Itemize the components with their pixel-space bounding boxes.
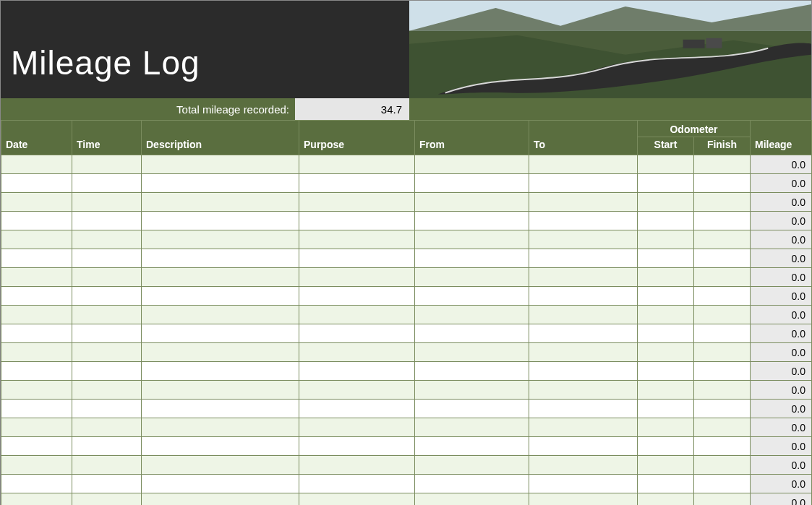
description-cell[interactable] xyxy=(142,268,299,287)
to-cell[interactable] xyxy=(529,174,638,193)
time-cell[interactable] xyxy=(72,212,142,230)
to-cell[interactable] xyxy=(529,287,638,306)
from-cell[interactable] xyxy=(415,437,529,456)
time-cell[interactable] xyxy=(72,193,142,212)
from-cell[interactable] xyxy=(415,212,529,230)
to-cell[interactable] xyxy=(529,362,638,381)
from-cell[interactable] xyxy=(415,362,529,381)
start-cell[interactable] xyxy=(638,418,694,437)
start-cell[interactable] xyxy=(638,230,694,249)
start-cell[interactable] xyxy=(638,343,694,362)
time-cell[interactable] xyxy=(72,493,142,506)
purpose-cell[interactable] xyxy=(299,174,415,193)
to-cell[interactable] xyxy=(529,249,638,268)
finish-cell[interactable] xyxy=(694,475,751,493)
time-cell[interactable] xyxy=(72,324,142,343)
start-cell[interactable] xyxy=(638,324,694,343)
start-cell[interactable] xyxy=(638,268,694,287)
date-cell[interactable] xyxy=(1,212,72,230)
time-cell[interactable] xyxy=(72,174,142,193)
from-cell[interactable] xyxy=(415,324,529,343)
from-cell[interactable] xyxy=(415,174,529,193)
purpose-cell[interactable] xyxy=(299,287,415,306)
description-cell[interactable] xyxy=(142,437,299,456)
description-cell[interactable] xyxy=(142,230,299,249)
description-cell[interactable] xyxy=(142,400,299,418)
start-cell[interactable] xyxy=(638,381,694,400)
to-cell[interactable] xyxy=(529,324,638,343)
from-cell[interactable] xyxy=(415,306,529,324)
date-cell[interactable] xyxy=(1,456,72,475)
time-cell[interactable] xyxy=(72,362,142,381)
date-cell[interactable] xyxy=(1,287,72,306)
description-cell[interactable] xyxy=(142,324,299,343)
start-cell[interactable] xyxy=(638,193,694,212)
date-cell[interactable] xyxy=(1,437,72,456)
from-cell[interactable] xyxy=(415,193,529,212)
description-cell[interactable] xyxy=(142,493,299,506)
to-cell[interactable] xyxy=(529,343,638,362)
description-cell[interactable] xyxy=(142,475,299,493)
purpose-cell[interactable] xyxy=(299,381,415,400)
purpose-cell[interactable] xyxy=(299,193,415,212)
time-cell[interactable] xyxy=(72,306,142,324)
to-cell[interactable] xyxy=(529,193,638,212)
to-cell[interactable] xyxy=(529,493,638,506)
time-cell[interactable] xyxy=(72,400,142,418)
date-cell[interactable] xyxy=(1,155,72,174)
purpose-cell[interactable] xyxy=(299,437,415,456)
to-cell[interactable] xyxy=(529,212,638,230)
from-cell[interactable] xyxy=(415,287,529,306)
date-cell[interactable] xyxy=(1,174,72,193)
date-cell[interactable] xyxy=(1,418,72,437)
time-cell[interactable] xyxy=(72,418,142,437)
from-cell[interactable] xyxy=(415,249,529,268)
date-cell[interactable] xyxy=(1,230,72,249)
time-cell[interactable] xyxy=(72,155,142,174)
from-cell[interactable] xyxy=(415,155,529,174)
start-cell[interactable] xyxy=(638,400,694,418)
from-cell[interactable] xyxy=(415,381,529,400)
finish-cell[interactable] xyxy=(694,456,751,475)
from-cell[interactable] xyxy=(415,456,529,475)
finish-cell[interactable] xyxy=(694,212,751,230)
purpose-cell[interactable] xyxy=(299,456,415,475)
to-cell[interactable] xyxy=(529,155,638,174)
time-cell[interactable] xyxy=(72,437,142,456)
description-cell[interactable] xyxy=(142,174,299,193)
time-cell[interactable] xyxy=(72,475,142,493)
purpose-cell[interactable] xyxy=(299,249,415,268)
finish-cell[interactable] xyxy=(694,381,751,400)
description-cell[interactable] xyxy=(142,287,299,306)
start-cell[interactable] xyxy=(638,174,694,193)
purpose-cell[interactable] xyxy=(299,475,415,493)
to-cell[interactable] xyxy=(529,381,638,400)
from-cell[interactable] xyxy=(415,400,529,418)
finish-cell[interactable] xyxy=(694,306,751,324)
from-cell[interactable] xyxy=(415,418,529,437)
time-cell[interactable] xyxy=(72,381,142,400)
from-cell[interactable] xyxy=(415,230,529,249)
time-cell[interactable] xyxy=(72,268,142,287)
purpose-cell[interactable] xyxy=(299,268,415,287)
time-cell[interactable] xyxy=(72,230,142,249)
from-cell[interactable] xyxy=(415,268,529,287)
purpose-cell[interactable] xyxy=(299,230,415,249)
purpose-cell[interactable] xyxy=(299,400,415,418)
finish-cell[interactable] xyxy=(694,437,751,456)
from-cell[interactable] xyxy=(415,475,529,493)
finish-cell[interactable] xyxy=(694,493,751,506)
purpose-cell[interactable] xyxy=(299,362,415,381)
date-cell[interactable] xyxy=(1,306,72,324)
to-cell[interactable] xyxy=(529,475,638,493)
to-cell[interactable] xyxy=(529,456,638,475)
time-cell[interactable] xyxy=(72,287,142,306)
finish-cell[interactable] xyxy=(694,249,751,268)
purpose-cell[interactable] xyxy=(299,212,415,230)
description-cell[interactable] xyxy=(142,155,299,174)
date-cell[interactable] xyxy=(1,475,72,493)
date-cell[interactable] xyxy=(1,324,72,343)
finish-cell[interactable] xyxy=(694,418,751,437)
finish-cell[interactable] xyxy=(694,362,751,381)
to-cell[interactable] xyxy=(529,400,638,418)
